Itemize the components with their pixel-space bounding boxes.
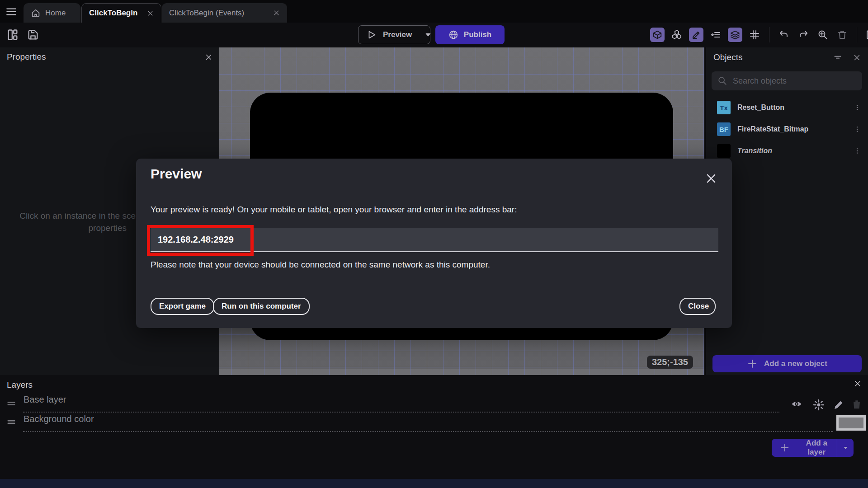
layers-panel-title: Layers (7, 380, 33, 390)
objects-panel-title: Objects (713, 52, 742, 62)
tab-events-label: ClickToBegin (Events) (169, 9, 244, 18)
object-list-item[interactable]: Tx Reset_Button (706, 97, 868, 118)
drag-handle-icon[interactable] (5, 399, 17, 408)
layer-visibility-eye-icon[interactable] (790, 399, 803, 409)
add-new-object-button[interactable]: Add a new object (712, 355, 862, 372)
tab-bar: Home ClickToBegin ClickToBegin (Events) (0, 0, 868, 23)
close-button[interactable]: Close (679, 298, 716, 315)
panels-layout-icon[interactable] (6, 28, 19, 41)
kebab-menu-icon[interactable] (854, 103, 861, 112)
edit-events-sheet-icon[interactable] (864, 28, 868, 42)
grid-icon[interactable] (747, 28, 762, 42)
properties-panel-title: Properties (7, 52, 46, 62)
preview-button[interactable]: Preview (358, 25, 430, 44)
close-icon[interactable] (205, 53, 212, 61)
sprite-object-icon (717, 144, 731, 158)
divider (857, 27, 857, 42)
window-bottom-edge (0, 479, 868, 488)
object-name: FireRateStat_Bitmap (737, 125, 847, 133)
home-icon (31, 8, 41, 18)
3d-box-toggle-icon[interactable] (650, 28, 665, 42)
redo-icon[interactable] (796, 28, 811, 42)
dialog-note-text: Please note that your device should be c… (151, 260, 490, 270)
play-icon (367, 30, 377, 40)
object-list-item[interactable]: BF FireRateStat_Bitmap (706, 119, 868, 140)
dialog-body-text: Your preview is ready! On your mobile or… (151, 205, 517, 215)
save-icon[interactable] (27, 28, 39, 41)
tab-home-label: Home (45, 9, 66, 18)
close-icon[interactable] (705, 172, 717, 185)
add-layer-label: Add a layer (796, 439, 837, 457)
main-toolbar: Preview Publish (0, 23, 868, 47)
instances-cubes-icon[interactable] (670, 28, 684, 42)
filter-icon[interactable] (833, 53, 842, 62)
trash-icon[interactable] (835, 28, 849, 42)
object-list-item[interactable]: Transition (706, 141, 868, 161)
text-object-icon: Tx (717, 101, 731, 114)
background-color-swatch[interactable] (836, 415, 866, 431)
divider (769, 27, 769, 42)
search-icon (717, 76, 727, 86)
object-name: Transition (737, 147, 847, 155)
object-name: Reset_Button (737, 103, 847, 112)
add-new-object-label: Add a new object (764, 359, 827, 368)
export-game-button[interactable]: Export game (151, 298, 214, 315)
layers-toggle-icon[interactable] (728, 28, 742, 42)
layers-panel: Layers Base layer Background color Add a… (0, 375, 868, 479)
preview-address-field[interactable] (151, 228, 718, 252)
divider (23, 431, 833, 432)
tab-scene-clicktobegin[interactable]: ClickToBegin (81, 3, 161, 23)
run-on-this-computer-button[interactable]: Run on this computer (213, 298, 310, 315)
cursor-coordinates-badge: 325;-135 (647, 356, 693, 369)
close-icon[interactable] (147, 10, 154, 17)
tab-scene-events[interactable]: ClickToBegin (Events) (162, 3, 287, 23)
layer-effects-icon[interactable] (812, 399, 825, 411)
undo-icon[interactable] (777, 28, 791, 42)
tab-home[interactable]: Home (24, 3, 80, 23)
bitmap-font-object-icon: BF (717, 122, 731, 136)
objects-search-box[interactable] (712, 71, 862, 90)
instance-properties-icon[interactable] (708, 28, 723, 42)
plus-icon (780, 443, 790, 453)
close-icon[interactable] (853, 54, 861, 61)
layer-name[interactable]: Base layer (24, 394, 66, 405)
objects-search-input[interactable] (733, 76, 846, 86)
drag-handle-icon[interactable] (5, 417, 17, 427)
plus-icon (747, 358, 758, 369)
properties-placeholder-text: Click on an instance in the sce (0, 211, 136, 221)
tab-scene-label: ClickToBegin (89, 9, 137, 18)
preview-dialog: Preview Your preview is ready! On your m… (136, 159, 732, 328)
kebab-menu-icon[interactable] (854, 125, 861, 133)
preview-button-label: Preview (383, 30, 412, 39)
zoom-icon[interactable] (816, 28, 830, 42)
preview-dropdown-arrow-icon[interactable] (425, 31, 432, 38)
layer-name[interactable]: Background color (24, 414, 94, 424)
layer-edit-pencil-icon[interactable] (833, 399, 844, 410)
properties-placeholder-text: properties (0, 223, 127, 233)
divider (23, 412, 779, 413)
add-layer-button[interactable]: Add a layer (772, 439, 854, 457)
layer-delete-trash-icon[interactable] (851, 399, 863, 410)
publish-button[interactable]: Publish (435, 25, 505, 44)
dialog-title: Preview (151, 166, 202, 182)
add-layer-dropdown-arrow-icon[interactable] (837, 445, 854, 451)
close-icon[interactable] (273, 9, 280, 16)
edit-pencil-toggle-icon[interactable] (689, 28, 703, 42)
menu-icon[interactable] (5, 6, 17, 18)
globe-icon (448, 30, 458, 40)
publish-button-label: Publish (464, 30, 491, 39)
close-icon[interactable] (854, 380, 862, 388)
kebab-menu-icon[interactable] (854, 147, 861, 155)
